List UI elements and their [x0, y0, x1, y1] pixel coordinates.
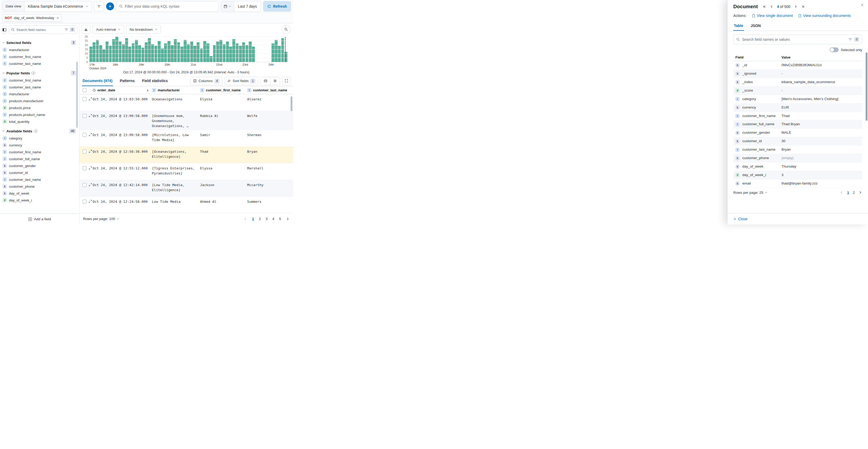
sort-fields-button[interactable]: Sort fields 1 — [224, 77, 258, 85]
table-row[interactable]: Oct 24, 2024 @ 13:00:58.000[Microlutions… — [80, 130, 293, 147]
field-search-input[interactable] — [17, 28, 63, 32]
kql-input[interactable] — [125, 4, 216, 8]
filter-menu-button[interactable] — [94, 1, 104, 11]
expand-row-icon[interactable] — [89, 200, 92, 203]
previous-page-button[interactable] — [244, 217, 247, 221]
grid-header-manufacturer[interactable]: t manufacturer — [152, 88, 200, 92]
breakdown-dropdown[interactable]: No breakdown — [126, 25, 161, 34]
grid-scrollbar[interactable] — [290, 96, 292, 111]
histogram-bar[interactable] — [161, 49, 164, 62]
histogram-bar[interactable] — [272, 43, 274, 62]
histogram-bar[interactable] — [164, 43, 167, 62]
histogram-bar[interactable] — [223, 44, 226, 62]
time-range-button[interactable]: Last 7 days — [234, 1, 261, 11]
histogram-bar[interactable] — [187, 44, 190, 62]
page-number-3[interactable]: 3 — [266, 217, 268, 221]
sort-descending-icon[interactable] — [146, 89, 149, 92]
field-item[interactable]: tcustomer_first_name — [2, 77, 76, 84]
histogram-bar[interactable] — [132, 43, 135, 62]
page-number-5[interactable]: 5 — [279, 217, 281, 221]
histogram-bar[interactable] — [275, 40, 278, 62]
field-section-header[interactable]: Popular fields?7 — [2, 71, 76, 76]
table-row[interactable]: Oct 24, 2024 @ 13:03:50.000Oceanavigatio… — [80, 94, 293, 111]
chart-options-button[interactable] — [82, 25, 91, 34]
remove-filter-icon[interactable] — [56, 17, 59, 20]
histogram-bar[interactable] — [158, 41, 161, 62]
next-page-button[interactable] — [286, 217, 289, 221]
histogram-bar[interactable] — [112, 39, 115, 62]
histogram-bar[interactable] — [190, 41, 193, 62]
histogram-bar[interactable] — [145, 42, 148, 62]
histogram-bar[interactable] — [242, 42, 245, 62]
field-item[interactable]: kday_of_week — [2, 190, 76, 197]
grid-header-customer-first-name[interactable]: t customer_first_name — [200, 88, 247, 92]
field-item[interactable]: tcustomer_last_name — [2, 176, 76, 183]
field-item[interactable]: #products.price — [2, 104, 76, 111]
histogram-bar[interactable] — [207, 43, 209, 62]
histogram-bar[interactable] — [281, 38, 284, 62]
field-item[interactable]: tcustomer_first_name — [2, 149, 76, 155]
row-checkbox[interactable] — [83, 200, 87, 204]
histogram-bar[interactable] — [167, 41, 170, 62]
select-all-checkbox[interactable] — [83, 88, 87, 92]
table-row[interactable]: Oct 24, 2024 @ 12:24:58.000Low Tide Medi… — [80, 197, 293, 213]
data-view-button[interactable]: Kibana Sample Data eCommerce — [25, 1, 92, 11]
collapse-sidebar-button[interactable] — [2, 25, 7, 34]
histogram-bar[interactable] — [216, 41, 219, 62]
fullscreen-button[interactable] — [282, 77, 290, 85]
field-search[interactable]: 0 — [9, 25, 77, 34]
row-checkbox[interactable] — [83, 166, 87, 170]
field-item[interactable]: tcustomer_full_name — [2, 155, 76, 162]
histogram-bar[interactable] — [197, 42, 199, 62]
field-filter-icon[interactable] — [65, 28, 68, 31]
field-section-header[interactable]: Available fields?46 — [2, 129, 76, 133]
expand-row-icon[interactable] — [89, 150, 92, 153]
page-number-4[interactable]: 4 — [272, 217, 274, 221]
histogram-bar[interactable] — [122, 44, 125, 62]
field-item[interactable]: tcustomer_last_name — [2, 84, 76, 91]
histogram-bar[interactable] — [93, 42, 96, 62]
field-item[interactable]: tmanufacturer — [2, 46, 76, 53]
row-checkbox[interactable] — [83, 183, 87, 187]
histogram-bar[interactable] — [151, 44, 154, 62]
row-checkbox[interactable] — [83, 97, 87, 101]
histogram-bar[interactable] — [226, 41, 229, 62]
rows-per-page-button[interactable]: Rows per page: 100 — [83, 217, 119, 221]
explore-data-button[interactable] — [282, 25, 290, 34]
histogram-bar[interactable] — [184, 40, 187, 62]
tab-documents[interactable]: Documents (974) — [82, 76, 113, 86]
histogram-bar[interactable] — [96, 40, 99, 62]
histogram-bar[interactable] — [155, 46, 157, 62]
grid-header-order-date[interactable]: order_date — [93, 88, 152, 92]
refresh-button[interactable]: Refresh — [263, 1, 291, 12]
table-row[interactable]: Oct 24, 2024 @ 12:56:38.000[Oceanavigati… — [80, 147, 293, 163]
table-row[interactable]: Oct 24, 2024 @ 12:42:14.000[Low Tide Med… — [80, 180, 293, 197]
field-item[interactable]: #day_of_week_i — [2, 197, 76, 204]
histogram-bar[interactable] — [193, 46, 196, 62]
row-checkbox[interactable] — [83, 114, 87, 118]
histogram-bar[interactable] — [200, 49, 203, 62]
histogram-bar[interactable] — [239, 46, 242, 62]
add-field-button[interactable]: Add a field — [0, 213, 79, 224]
field-item[interactable]: kcustomer_phone — [2, 183, 76, 190]
expand-row-icon[interactable] — [89, 166, 92, 170]
field-item[interactable]: kcustomer_id — [2, 169, 76, 176]
tab-patterns[interactable]: Patterns — [119, 76, 135, 86]
expand-row-icon[interactable] — [89, 183, 92, 186]
sidebar-scrollbar[interactable] — [76, 62, 78, 128]
histogram-bar[interactable] — [210, 56, 213, 62]
interval-dropdown[interactable]: Auto interval — [93, 25, 124, 34]
histogram-bar[interactable] — [278, 46, 281, 62]
page-number-2[interactable]: 2 — [259, 217, 261, 221]
field-item[interactable]: kcurrency — [2, 142, 76, 149]
expand-row-icon[interactable] — [89, 114, 92, 117]
histogram-bar[interactable] — [105, 41, 108, 62]
field-item[interactable]: tcustomer_first_name — [2, 53, 76, 60]
grid-header-customer-last-name[interactable]: t customer_last_name — [247, 88, 293, 92]
histogram-bar[interactable] — [249, 41, 252, 62]
add-filter-button[interactable] — [106, 2, 114, 10]
field-item[interactable]: tproducts.product_name — [2, 111, 76, 118]
field-item[interactable]: tcategory — [2, 135, 76, 142]
field-item[interactable]: #total_quantity — [2, 118, 76, 125]
tab-field-statistics[interactable]: Field statistics — [142, 76, 168, 86]
